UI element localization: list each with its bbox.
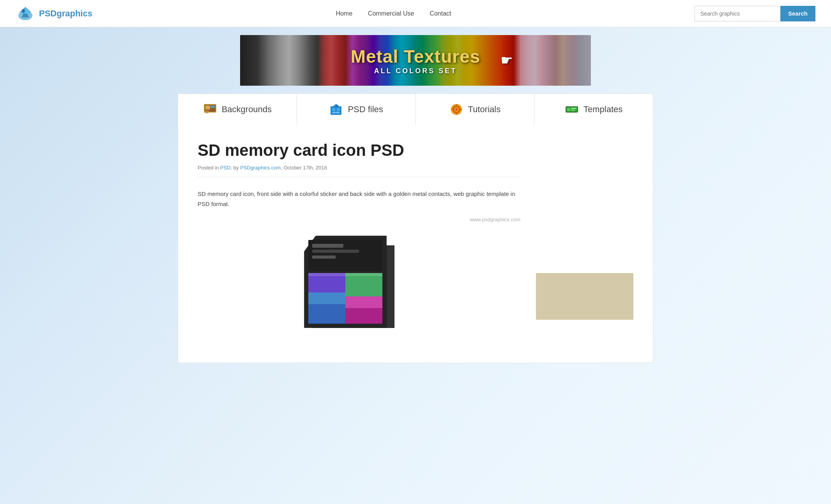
sd-card-svg — [301, 234, 417, 343]
svg-rect-12 — [332, 112, 340, 113]
tutorials-label: Tutorials — [468, 104, 501, 115]
cursor-icon: ☛ — [500, 52, 513, 69]
category-bar: Backgrounds PSD files — [178, 93, 653, 125]
meta-by: , by — [231, 165, 239, 171]
search-area: Search — [695, 6, 815, 21]
meta-date: , October 17th, 2018 — [281, 165, 327, 171]
content-area: SD memory card icon PSD Posted in PSD, b… — [178, 125, 653, 363]
article-watermark: www.psdgraphics.com — [198, 217, 520, 222]
svg-rect-25 — [571, 110, 575, 111]
banner[interactable]: Metal Textures ALL COLORS SET ☛ — [240, 35, 591, 86]
category-backgrounds[interactable]: Backgrounds — [178, 94, 297, 125]
sidebar — [536, 141, 633, 347]
site-header: PSDgraphics Home Commercial Use Contact … — [0, 0, 831, 27]
svg-rect-43 — [312, 244, 343, 248]
category-psd-files[interactable]: PSD files — [297, 94, 416, 125]
meta-category-link[interactable]: PSD — [220, 165, 231, 171]
logo[interactable]: PSDgraphics — [16, 4, 92, 23]
svg-rect-7 — [205, 106, 210, 109]
category-tutorials[interactable]: Tutorials — [416, 94, 535, 125]
svg-rect-45 — [312, 256, 336, 259]
sd-card-image — [198, 230, 520, 347]
templates-label: Templates — [583, 104, 622, 115]
main-content: SD memory card icon PSD Posted in PSD, b… — [198, 141, 520, 347]
backgrounds-icon — [203, 102, 217, 116]
svg-rect-41 — [308, 273, 382, 276]
article-title: SD memory card icon PSD — [198, 141, 520, 160]
svg-point-16 — [455, 108, 458, 111]
templates-icon — [565, 102, 579, 116]
main-wrap: Backgrounds PSD files — [162, 93, 669, 363]
svg-rect-24 — [571, 108, 576, 109]
svg-rect-39 — [345, 273, 382, 296]
search-input[interactable] — [695, 6, 780, 21]
nav-home[interactable]: Home — [336, 10, 352, 17]
svg-rect-8 — [211, 106, 215, 108]
psd-files-label: PSD files — [348, 104, 383, 115]
meta-author-link[interactable]: PSDgraphics.com — [240, 165, 281, 171]
svg-rect-36 — [308, 304, 345, 324]
banner-overlay: Metal Textures ALL COLORS SET — [240, 35, 591, 86]
article-description: SD memory card icon, front side with a c… — [198, 189, 520, 209]
logo-icon — [16, 4, 35, 23]
banner-wrap: Metal Textures ALL COLORS SET ☛ — [0, 27, 831, 93]
sidebar-ad — [536, 273, 633, 320]
svg-rect-44 — [312, 250, 359, 253]
meta-prefix: Posted in — [198, 165, 219, 171]
svg-rect-23 — [567, 108, 570, 111]
main-nav: Home Commercial Use Contact — [336, 10, 451, 17]
banner-subtitle: ALL COLORS SET — [374, 67, 457, 75]
backgrounds-label: Backgrounds — [222, 104, 272, 115]
banner-title: Metal Textures — [351, 46, 481, 67]
article-meta: Posted in PSD, by PSDgraphics.com, Octob… — [198, 165, 520, 177]
tutorials-icon — [449, 102, 463, 116]
nav-contact[interactable]: Contact — [430, 10, 451, 17]
nav-commercial[interactable]: Commercial Use — [368, 10, 414, 17]
svg-rect-38 — [345, 308, 382, 324]
svg-rect-10 — [332, 108, 335, 111]
svg-rect-11 — [337, 108, 340, 111]
logo-text: PSDgraphics — [39, 9, 92, 19]
psd-files-icon — [329, 102, 343, 116]
svg-point-9 — [205, 110, 209, 113]
search-button[interactable]: Search — [780, 6, 815, 21]
category-templates[interactable]: Templates — [534, 94, 653, 125]
svg-point-3 — [22, 9, 25, 13]
